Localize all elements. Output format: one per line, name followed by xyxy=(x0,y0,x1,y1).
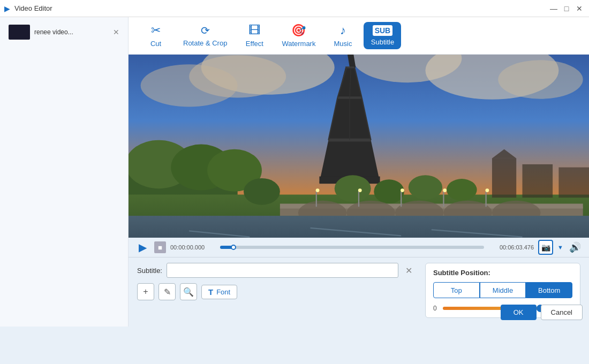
position-middle-button[interactable]: Middle xyxy=(480,282,526,298)
svg-point-5 xyxy=(498,60,583,98)
svg-point-30 xyxy=(244,178,280,205)
video-frame: Expedia The position and size of subtitl… xyxy=(129,55,589,238)
font-icon: T xyxy=(208,287,213,297)
tab-cut[interactable]: ✂ Cut xyxy=(137,20,175,51)
action-buttons: + ✎ 🔍 T Font xyxy=(137,283,414,300)
toolbar: ✂ Cut ⟳ Rotate & Crop 🎞 Effect 🎯 Waterma… xyxy=(129,17,589,55)
tab-effect[interactable]: 🎞 Effect xyxy=(236,20,273,51)
progress-track[interactable] xyxy=(220,246,484,249)
subtitle-row: Subtitle: ✕ xyxy=(137,263,414,278)
ok-button[interactable]: OK xyxy=(501,305,537,320)
tab-watermark[interactable]: 🎯 Watermark xyxy=(275,20,322,51)
add-subtitle-button[interactable]: + xyxy=(137,283,154,300)
dropdown-arrow[interactable]: ▼ xyxy=(557,244,563,251)
cancel-button[interactable]: Cancel xyxy=(541,305,583,320)
svg-point-43 xyxy=(401,188,404,192)
subtitle-label: Subtitle: xyxy=(137,267,162,275)
tab-cut-label: Cut xyxy=(150,40,161,48)
window-controls: — □ ✕ xyxy=(548,3,585,14)
svg-point-27 xyxy=(374,179,404,203)
effect-icon: 🎞 xyxy=(248,24,260,37)
subtitle-icon: SUB xyxy=(373,25,393,36)
tab-subtitle[interactable]: SUB Subtitle xyxy=(364,22,401,49)
slider-min: 0 xyxy=(433,305,439,312)
position-buttons: Top Middle Bottom xyxy=(433,282,572,298)
time-end: 00:06:03.476 xyxy=(488,244,534,251)
tab-effect-label: Effect xyxy=(246,40,263,48)
font-label: Font xyxy=(216,288,230,296)
svg-rect-55 xyxy=(558,168,589,198)
edit-subtitle-button[interactable]: ✎ xyxy=(158,283,176,300)
tab-subtitle-label: Subtitle xyxy=(371,38,394,46)
sidebar-close-icon[interactable]: ✕ xyxy=(113,28,119,36)
sidebar: renee video... ✕ xyxy=(0,17,129,327)
main-content: ✂ Cut ⟳ Rotate & Crop 🎞 Effect 🎯 Waterma… xyxy=(129,17,589,327)
search-subtitle-button[interactable]: 🔍 xyxy=(180,283,197,300)
svg-point-47 xyxy=(486,188,489,192)
volume-button[interactable]: 🔊 xyxy=(568,240,583,255)
position-title: Subtitle Position: xyxy=(433,269,572,277)
title-bar: ▶ Video Editor — □ ✕ xyxy=(0,0,589,17)
tab-rotate[interactable]: ⟳ Rotate & Crop xyxy=(177,21,233,50)
svg-point-26 xyxy=(335,175,371,202)
position-bottom-button[interactable]: Bottom xyxy=(526,282,572,298)
svg-point-41 xyxy=(358,188,362,192)
cut-icon: ✂ xyxy=(151,24,161,37)
tab-watermark-label: Watermark xyxy=(282,40,315,48)
tab-music[interactable]: ♪ Music xyxy=(324,20,361,51)
subtitle-section: Subtitle: ✕ + ✎ 🔍 T Font xyxy=(137,263,414,318)
font-button[interactable]: T Font xyxy=(201,285,237,299)
sidebar-item-video[interactable]: renee video... ✕ xyxy=(4,21,124,43)
app-title: Video Editor xyxy=(14,4,52,12)
video-canvas: Expedia The position and size of subtitl… xyxy=(129,55,589,238)
position-top-button[interactable]: Top xyxy=(433,282,480,298)
subtitle-clear-button[interactable]: ✕ xyxy=(403,264,414,276)
svg-point-28 xyxy=(409,175,442,199)
tab-music-label: Music xyxy=(334,40,352,48)
svg-rect-54 xyxy=(523,164,553,198)
time-start: 00:00:00.000 xyxy=(170,244,216,251)
maximize-button[interactable]: □ xyxy=(561,3,572,14)
sidebar-item-label: renee video... xyxy=(34,28,73,36)
play-button[interactable]: ▶ xyxy=(135,240,150,255)
close-button[interactable]: ✕ xyxy=(574,3,585,14)
svg-point-6 xyxy=(141,64,238,107)
stop-button[interactable]: ■ xyxy=(154,241,166,253)
minimize-button[interactable]: — xyxy=(548,3,559,14)
svg-rect-48 xyxy=(129,216,589,238)
watermark-icon: 🎯 xyxy=(291,24,306,37)
music-icon: ♪ xyxy=(340,24,346,37)
svg-rect-52 xyxy=(492,158,516,198)
subtitle-input[interactable] xyxy=(167,263,398,278)
svg-point-39 xyxy=(316,188,320,192)
rotate-icon: ⟳ xyxy=(201,24,210,37)
svg-point-45 xyxy=(443,188,447,192)
svg-point-29 xyxy=(447,179,477,201)
tab-rotate-label: Rotate & Crop xyxy=(183,39,227,47)
scene-svg: Expedia The position and size of subtitl… xyxy=(129,55,589,238)
screenshot-button[interactable]: 📷 xyxy=(538,240,553,255)
progress-thumb[interactable] xyxy=(231,245,236,250)
controls-bar: ▶ ■ 00:00:00.000 00:06:03.476 📷 ▼ 🔊 xyxy=(129,238,589,257)
video-thumbnail xyxy=(9,25,30,40)
dialog-buttons: OK Cancel xyxy=(501,305,583,320)
